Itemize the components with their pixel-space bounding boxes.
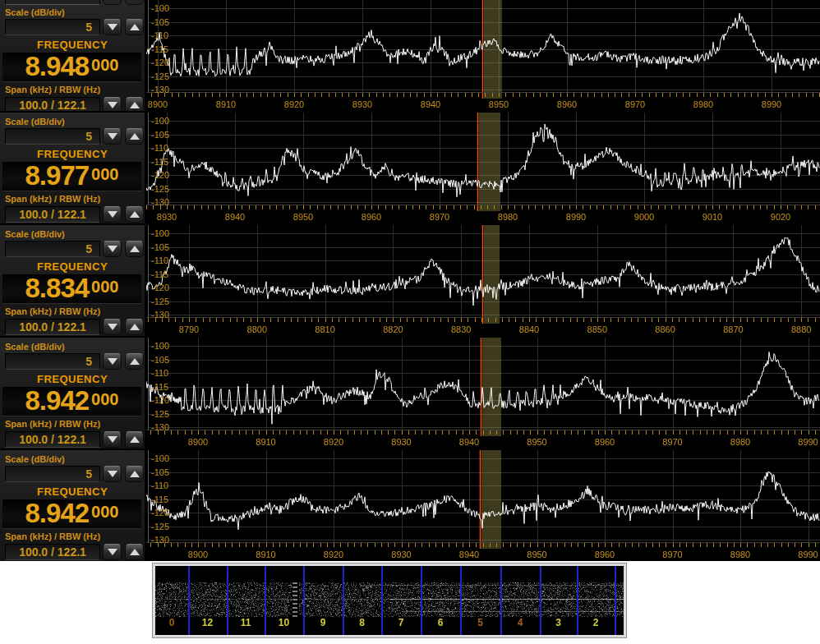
receiver-panel-2: Scale (dB/div)5FREQUENCY8.977000Span (kH… <box>0 113 820 223</box>
sdr-multi-receiver-window: Scale (dB/div)5FREQUENCY8.948000Span (kH… <box>0 0 820 644</box>
spectrum-display-2[interactable] <box>146 113 820 223</box>
frequency-mhz-digits: 8.977 <box>25 162 90 190</box>
span-rbw-input[interactable]: 100.0 / 122.1 <box>5 431 100 448</box>
channel-number-12: 12 <box>195 617 221 628</box>
frequency-display[interactable]: 8.977000 <box>2 162 141 191</box>
span-increase-button[interactable] <box>125 544 144 560</box>
span-increase-button[interactable] <box>125 431 144 448</box>
bottom-strip: 012111098765432 <box>0 563 820 642</box>
receiver-controls: Scale (dB/div)5FREQUENCY8.942000Span (kH… <box>0 338 145 448</box>
scale-increase-button[interactable] <box>125 19 144 35</box>
triangle-up-icon <box>130 358 140 365</box>
scale-label: Scale (dB/div) <box>5 229 65 239</box>
spectrum-display-3[interactable] <box>146 225 820 336</box>
scale-input-row: 5 <box>0 128 145 145</box>
span-rbw-input[interactable]: 100.0 / 122.1 <box>5 319 100 335</box>
channel-number-11: 11 <box>233 617 259 628</box>
channel-number-4: 4 <box>507 617 533 628</box>
clipped-button <box>103 0 122 5</box>
frequency-display[interactable]: 8.948000 <box>2 53 141 82</box>
span-rbw-input[interactable]: 100.0 / 122.1 <box>5 544 100 560</box>
triangle-down-icon <box>108 102 117 108</box>
span-label: Span (kHz) / RBW (Hz) <box>5 306 100 316</box>
spectrum-display-1[interactable] <box>146 0 820 111</box>
channel-number-0: 0 <box>159 617 185 628</box>
scale-input-row: 5 <box>0 19 145 36</box>
triangle-down-icon <box>108 324 117 330</box>
span-rbw-input[interactable]: 100.0 / 122.1 <box>5 97 100 111</box>
span-decrease-button[interactable] <box>103 97 122 111</box>
triangle-up-icon <box>130 324 140 330</box>
triangle-up-icon <box>130 246 140 252</box>
span-input-row: 100.0 / 122.1 <box>0 544 145 561</box>
frequency-khz-digits: 000 <box>91 504 118 520</box>
scale-decrease-button[interactable] <box>103 466 122 482</box>
frequency-mhz-digits: 8.948 <box>25 53 90 80</box>
scale-input[interactable]: 5 <box>5 241 100 257</box>
scale-input[interactable]: 5 <box>5 128 100 145</box>
span-decrease-button[interactable] <box>103 431 122 448</box>
scale-increase-button[interactable] <box>125 466 144 482</box>
triangle-up-icon <box>130 133 140 140</box>
frequency-label: FREQUENCY <box>0 148 145 160</box>
receiver-panels: Scale (dB/div)5FREQUENCY8.948000Span (kH… <box>0 0 820 561</box>
channel-number-2: 2 <box>583 617 609 628</box>
scale-label: Scale (dB/div) <box>5 454 65 464</box>
scale-input[interactable]: 5 <box>5 19 100 35</box>
spectrum-display-4[interactable] <box>146 338 820 448</box>
scale-input-row: 5 <box>0 466 145 483</box>
channel-number-10: 10 <box>271 617 297 628</box>
span-decrease-button[interactable] <box>103 319 122 335</box>
span-rbw-input[interactable]: 100.0 / 122.1 <box>5 206 100 223</box>
receiver-panel-4: Scale (dB/div)5FREQUENCY8.942000Span (kH… <box>0 338 820 448</box>
scale-increase-button[interactable] <box>125 353 144 370</box>
span-label: Span (kHz) / RBW (Hz) <box>5 419 100 429</box>
channel-number-6: 6 <box>427 617 454 628</box>
scale-increase-button[interactable] <box>125 241 144 257</box>
clipped-previous-control <box>0 0 145 6</box>
channel-band-display[interactable]: 012111098765432 <box>153 564 626 637</box>
frequency-khz-digits: 000 <box>91 391 118 407</box>
span-label: Span (kHz) / RBW (Hz) <box>5 531 100 541</box>
span-input-row: 100.0 / 122.1 <box>0 431 145 448</box>
span-increase-button[interactable] <box>125 206 144 223</box>
frequency-display[interactable]: 8.834000 <box>2 274 141 304</box>
scale-input[interactable]: 5 <box>5 466 100 482</box>
clipped-button <box>125 0 144 5</box>
triangle-up-icon <box>130 436 140 443</box>
channel-number-5: 5 <box>468 617 494 628</box>
triangle-up-icon <box>130 211 140 218</box>
span-decrease-button[interactable] <box>103 544 122 560</box>
frequency-label: FREQUENCY <box>0 373 145 385</box>
frequency-display[interactable]: 8.942000 <box>2 499 141 529</box>
triangle-down-icon <box>108 133 117 140</box>
scale-label: Scale (dB/div) <box>5 7 65 17</box>
span-increase-button[interactable] <box>125 319 144 335</box>
span-input-row: 100.0 / 122.1 <box>0 97 145 111</box>
scale-decrease-button[interactable] <box>103 241 122 257</box>
span-increase-button[interactable] <box>125 97 144 111</box>
channel-number-8: 8 <box>349 617 375 628</box>
span-label: Span (kHz) / RBW (Hz) <box>5 194 100 204</box>
spectrum-display-5[interactable] <box>146 450 820 561</box>
triangle-down-icon <box>108 358 117 365</box>
frequency-label: FREQUENCY <box>0 485 145 498</box>
frequency-mhz-digits: 8.834 <box>25 274 90 302</box>
scale-label: Scale (dB/div) <box>5 117 65 126</box>
frequency-display[interactable]: 8.942000 <box>2 387 141 416</box>
scale-decrease-button[interactable] <box>103 19 122 35</box>
scale-decrease-button[interactable] <box>103 128 122 145</box>
span-decrease-button[interactable] <box>103 206 122 223</box>
scale-input[interactable]: 5 <box>5 353 100 370</box>
frequency-label: FREQUENCY <box>0 260 145 273</box>
scale-decrease-button[interactable] <box>103 353 122 370</box>
span-input-row: 100.0 / 122.1 <box>0 319 145 336</box>
span-label: Span (kHz) / RBW (Hz) <box>5 85 100 94</box>
scale-increase-button[interactable] <box>125 128 144 145</box>
triangle-down-icon <box>108 24 117 30</box>
receiver-panel-5: Scale (dB/div)5FREQUENCY8.942000Span (kH… <box>0 450 820 561</box>
frequency-mhz-digits: 8.942 <box>25 499 90 527</box>
triangle-down-icon <box>108 471 117 477</box>
frequency-label: FREQUENCY <box>0 39 145 51</box>
receiver-controls: Scale (dB/div)5FREQUENCY8.948000Span (kH… <box>0 0 145 111</box>
